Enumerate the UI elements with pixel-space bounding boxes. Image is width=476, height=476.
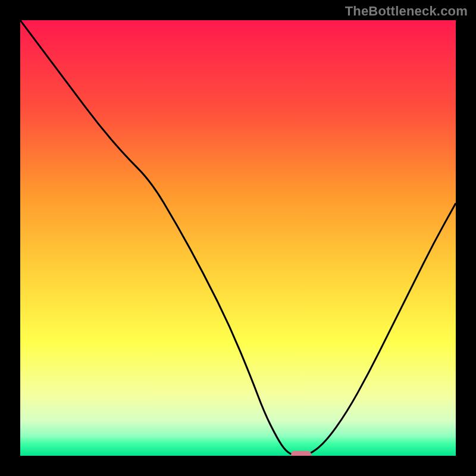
watermark-text: TheBottleneck.com	[345, 4, 468, 19]
optimal-marker	[291, 451, 311, 456]
gradient-background	[20, 20, 456, 456]
plot-area	[20, 20, 456, 456]
bottleneck-chart	[20, 20, 456, 456]
chart-frame: TheBottleneck.com	[0, 0, 476, 476]
